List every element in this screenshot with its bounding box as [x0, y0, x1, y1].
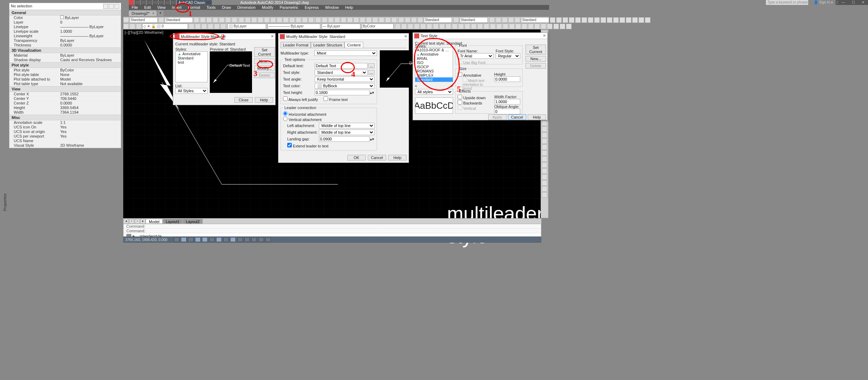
3dosnap-toggle[interactable] — [209, 237, 215, 242]
tool-icon[interactable] — [542, 168, 547, 174]
tool-icon[interactable] — [232, 17, 237, 23]
list-filter-select[interactable]: All Styles — [175, 88, 208, 94]
tool-icon[interactable] — [289, 17, 295, 23]
prop-row[interactable]: Visual Style2D Wireframe — [10, 143, 121, 148]
quickselect-icon[interactable] — [103, 4, 108, 9]
tool-icon[interactable] — [542, 144, 547, 150]
new-tab-button[interactable]: + — [157, 11, 164, 16]
prop-value[interactable]: 1.0000 — [59, 29, 121, 33]
tool-icon[interactable] — [123, 24, 129, 29]
tool-icon[interactable] — [206, 17, 212, 23]
set-current-button[interactable]: Set Current — [254, 47, 275, 57]
last-tab-icon[interactable]: ▸ — [140, 219, 145, 224]
tool-icon[interactable] — [471, 24, 477, 29]
tool-icon[interactable] — [200, 17, 206, 23]
tool-icon[interactable] — [541, 24, 546, 29]
tool-icon[interactable] — [270, 17, 276, 23]
help-button[interactable]: Help — [388, 155, 407, 160]
prop-value[interactable]: ———————— ByLayer — [59, 25, 121, 29]
tool-icon[interactable] — [277, 17, 282, 23]
prev-tab-icon[interactable]: ‹ — [129, 219, 134, 224]
tool-icon[interactable] — [347, 17, 353, 23]
style-list-item[interactable]: A1010-ROOF & SITE PLA... — [415, 48, 453, 52]
tool-icon[interactable] — [322, 17, 327, 23]
style-list-item[interactable]: Annotative — [415, 52, 453, 56]
menu-edit[interactable]: Edit — [141, 5, 154, 10]
ellipsis-button[interactable]: ... — [368, 70, 375, 75]
prop-value[interactable]: ByColor — [59, 68, 121, 72]
tool-icon[interactable] — [245, 17, 251, 23]
prop-row[interactable]: MaterialByLayer — [10, 53, 121, 58]
tool-icon[interactable] — [547, 24, 553, 29]
prop-row[interactable]: Annotation scale1:1 — [10, 120, 121, 125]
tool-icon[interactable] — [550, 17, 555, 23]
ducs-toggle[interactable] — [223, 237, 229, 242]
prop-value[interactable]: Yes — [59, 129, 121, 134]
style-filter-select[interactable]: All styles — [415, 89, 453, 95]
prop-row[interactable]: TransparencyByLayer — [10, 38, 121, 43]
minimize-icon[interactable]: — — [838, 0, 848, 5]
tool-icon[interactable] — [195, 24, 201, 29]
viewport-label[interactable]: [–][Top][2D Wireframe] — [125, 30, 163, 34]
menu-view[interactable]: View — [155, 5, 169, 10]
tool-icon[interactable] — [379, 17, 384, 23]
tool-icon[interactable] — [619, 17, 625, 23]
tool-icon[interactable] — [220, 24, 226, 29]
tool-icon[interactable] — [130, 24, 135, 29]
tool-icon[interactable] — [639, 17, 644, 23]
prop-row[interactable]: Layer0 — [10, 20, 121, 25]
tool-icon[interactable] — [414, 24, 420, 29]
toggle-pickbox-icon[interactable] — [114, 4, 119, 9]
tool-icon[interactable] — [158, 17, 164, 23]
polar-toggle[interactable] — [195, 237, 201, 242]
snap-toggle[interactable] — [174, 237, 180, 242]
table-style-select[interactable]: Standard — [460, 17, 488, 23]
landing-gap-input[interactable] — [319, 136, 370, 142]
dialog-close-icon[interactable]: ✕ — [404, 34, 407, 39]
selectobjects-icon[interactable] — [109, 4, 114, 9]
always-left-checkbox[interactable]: Always left justify — [283, 96, 318, 102]
prop-value[interactable]: Model — [59, 77, 121, 81]
tool-icon[interactable] — [542, 174, 547, 180]
tool-icon[interactable] — [542, 138, 547, 144]
qp-toggle[interactable] — [251, 237, 257, 242]
tool-icon[interactable] — [496, 24, 502, 29]
tool-icon[interactable] — [411, 17, 417, 23]
prop-group-header[interactable]: Plot style — [10, 62, 121, 68]
tool-icon[interactable] — [496, 17, 501, 23]
tpy-toggle[interactable] — [244, 237, 250, 242]
prop-row[interactable]: Linetype———————— ByLayer — [10, 25, 121, 29]
prop-row[interactable]: Plot table attached toModel — [10, 77, 121, 82]
prop-value[interactable]: 0.0000 — [59, 43, 121, 47]
style-list-item[interactable]: SIMPLEX — [415, 73, 453, 77]
tool-icon[interactable] — [214, 24, 220, 29]
tool-icon[interactable] — [508, 17, 514, 23]
prop-value[interactable]: ByLayer — [59, 15, 121, 20]
otrack-toggle[interactable] — [216, 237, 222, 242]
style-list-item[interactable]: ARIAL — [415, 56, 453, 61]
layout-tab[interactable]: Layout2 — [183, 219, 203, 224]
delete-button[interactable]: Delete — [526, 63, 546, 69]
tool-icon[interactable] — [189, 24, 194, 29]
open-icon[interactable] — [141, 0, 146, 5]
tool-icon[interactable] — [594, 17, 600, 23]
tool-icon[interactable] — [542, 120, 547, 126]
tool-icon[interactable] — [239, 17, 244, 23]
prop-value[interactable]: 0.0000 — [59, 101, 121, 105]
tool-icon[interactable] — [528, 24, 534, 29]
prop-row[interactable]: Shadow displayCasts and Receives Shadows — [10, 58, 121, 62]
tool-icon[interactable] — [515, 17, 520, 23]
prop-value[interactable]: Yes — [59, 134, 121, 138]
prop-row[interactable]: Height3369.5454 — [10, 106, 121, 110]
tool-icon[interactable] — [542, 150, 547, 156]
prop-row[interactable]: Linetype scale1.0000 — [10, 29, 121, 34]
dialog-close-icon[interactable]: ✕ — [543, 33, 546, 38]
tool-icon[interactable] — [328, 17, 334, 23]
text-style-select[interactable]: Standard — [315, 70, 367, 75]
tool-icon[interactable] — [408, 24, 413, 29]
width-factor-input[interactable] — [494, 99, 520, 104]
cancel-button[interactable]: Cancel — [508, 114, 526, 120]
ellipsis-button[interactable]: ... — [368, 63, 375, 68]
prop-value[interactable]: 7364.1194 — [59, 110, 121, 114]
tool-icon[interactable] — [562, 17, 568, 23]
